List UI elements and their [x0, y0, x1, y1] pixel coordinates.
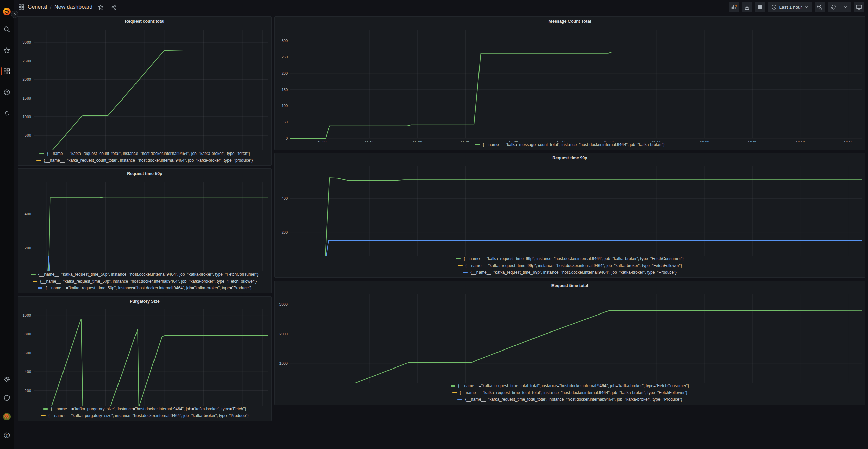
legend-swatch: [457, 399, 462, 400]
chart-canvas[interactable]: 15:2015:2515:3015:3515:4015:4515:5015:55…: [18, 306, 271, 406]
time-range-picker: Last 1 hour: [768, 2, 812, 12]
chart-area[interactable]: 15:2015:2515:3015:3515:4015:4515:5015:55…: [18, 306, 271, 406]
chart-area[interactable]: 15:2015:2515:3015:3515:4015:4515:5015:55…: [275, 26, 865, 142]
sidebar-item-dashboards[interactable]: [0, 65, 14, 78]
zoom-out-icon: [817, 4, 823, 10]
legend-item[interactable]: {__name__="kafka_request_time_99p", inst…: [458, 263, 682, 268]
dashboards-icon: [3, 68, 10, 75]
dashboard-settings-button[interactable]: [755, 2, 765, 12]
legend-label: {__name__="kafka_request_time_50p", inst…: [40, 279, 257, 284]
monitor-icon: [856, 4, 862, 11]
legend-item[interactable]: {__name__="kafka_request_time_99p", inst…: [456, 256, 684, 261]
star-outline-icon: [98, 4, 104, 10]
chart-area[interactable]: 15:2015:2515:3015:3515:4015:4515:5015:55…: [18, 26, 271, 150]
y-axis-tick-label: 800: [25, 332, 31, 336]
legend-label: {__name__="kafka_request_time_total_tota…: [460, 390, 687, 395]
breadcrumb-dashboard-title[interactable]: New dashboard: [54, 4, 92, 10]
legend-label: {__name__="kafka_request_time_total_tota…: [465, 397, 682, 402]
add-panel-button[interactable]: [729, 2, 739, 12]
legend-label: {__name__="kafka_request_count_total", i…: [47, 151, 250, 156]
legend-item[interactable]: {__name__="kafka_request_time_total_tota…: [457, 397, 682, 402]
sidebar-item-explore[interactable]: [0, 86, 14, 99]
svg-text:?: ?: [6, 434, 8, 437]
series-line-green: [34, 319, 268, 406]
x-axis-tick-label: 15:25: [365, 140, 375, 142]
legend-item[interactable]: {__name__="kafka_purgatory_size", instan…: [41, 413, 249, 418]
chevron-down-icon: [844, 5, 848, 9]
chart-area[interactable]: 15:2015:2515:3015:3515:4015:4515:5015:55…: [275, 163, 865, 256]
sidebar-item-alerting[interactable]: [0, 107, 14, 120]
chart-canvas[interactable]: 15:2015:2515:3015:3515:4015:4515:5015:55…: [275, 26, 865, 142]
legend-swatch: [451, 385, 455, 387]
panel-title[interactable]: Purgatory Size: [18, 297, 271, 306]
legend-label: {__name__="kafka_request_time_99p", inst…: [470, 270, 676, 275]
legend-swatch: [33, 281, 37, 282]
chart-canvas[interactable]: 15:2015:2515:3015:3515:4015:4515:5015:55…: [275, 290, 865, 383]
panel-legend: {__name__="kafka_request_time_total_tota…: [275, 383, 865, 405]
legend-item[interactable]: {__name__="kafka_message_count_total", i…: [475, 142, 665, 147]
x-axis-tick-label: 15:55: [652, 140, 662, 142]
panel-title[interactable]: Request time 50p: [18, 169, 271, 178]
time-range-label: Last 1 hour: [779, 5, 802, 10]
zoom-out-button[interactable]: [815, 2, 825, 12]
panel-message-count-total: Message Count Total 15:2015:2515:3015:35…: [274, 16, 865, 150]
panel-title[interactable]: Request count total: [18, 17, 271, 26]
y-axis-tick-label: 1000: [23, 313, 31, 317]
breadcrumb-folder[interactable]: General: [28, 4, 47, 10]
chart-area[interactable]: 15:2015:2515:3015:3515:4015:4515:5015:55…: [275, 290, 865, 383]
gear-icon: [757, 4, 763, 10]
legend-item[interactable]: {__name__="kafka_request_time_50p", inst…: [33, 279, 257, 284]
legend-item[interactable]: {__name__="kafka_request_count_total", i…: [36, 158, 253, 163]
sidebar-item-starred[interactable]: [0, 43, 14, 57]
compass-icon: [3, 89, 10, 96]
series-line-green: [290, 52, 862, 138]
x-axis-tick-label: 15:50: [604, 140, 614, 142]
sidebar-item-search[interactable]: [0, 22, 14, 36]
legend-item[interactable]: {__name__="kafka_request_time_total_tota…: [452, 390, 687, 395]
legend-label: {__name__="kafka_message_count_total", i…: [483, 142, 665, 147]
legend-item[interactable]: {__name__="kafka_purgatory_size", instan…: [43, 407, 246, 411]
chart-area[interactable]: 15:2015:2515:3015:3515:4015:4515:5015:55…: [18, 178, 271, 271]
refresh-interval-button[interactable]: [840, 2, 851, 12]
panel-title[interactable]: Request time 99p: [275, 153, 865, 163]
panel-title[interactable]: Request time total: [275, 281, 865, 290]
chart-canvas[interactable]: 15:2015:2515:3015:3515:4015:4515:5015:55…: [275, 163, 865, 256]
save-dashboard-button[interactable]: [742, 2, 752, 12]
y-axis-tick-label: 400: [25, 370, 31, 374]
legend-swatch: [452, 392, 457, 393]
panel-legend: {__name__="kafka_request_time_50p", inst…: [18, 271, 271, 293]
sidebar-item-security[interactable]: [0, 391, 14, 405]
sidebar-item-help[interactable]: ?: [0, 429, 14, 442]
star-dashboard-button[interactable]: [95, 2, 106, 12]
panel-purgatory-size: Purgatory Size 15:2015:2515:3015:3515:40…: [18, 296, 272, 421]
cycle-view-mode-button[interactable]: [854, 2, 864, 12]
time-range-button[interactable]: Last 1 hour: [768, 2, 812, 12]
chart-canvas[interactable]: 15:2015:2515:3015:3515:4015:4515:5015:55…: [18, 26, 271, 150]
refresh-button[interactable]: [828, 2, 840, 12]
sidebar-item-settings[interactable]: [0, 373, 14, 386]
share-icon: [111, 4, 117, 10]
legend-label: {__name__="kafka_purgatory_size", instan…: [48, 413, 249, 418]
panel-request-time-99p: Request time 99p 15:2015:2515:3015:3515:…: [274, 153, 865, 278]
x-axis-tick-label: 15:20: [317, 140, 327, 142]
legend-item[interactable]: {__name__="kafka_request_time_99p", inst…: [463, 270, 676, 275]
panel-legend: {__name__="kafka_purgatory_size", instan…: [18, 406, 271, 421]
series-line-blue: [34, 257, 268, 272]
legend-item[interactable]: {__name__="kafka_request_time_total_tota…: [451, 383, 689, 388]
x-axis-tick-label: 15:30: [413, 140, 422, 142]
share-dashboard-button[interactable]: [109, 2, 119, 12]
y-axis-tick-label: 2000: [23, 77, 31, 82]
legend-item[interactable]: {__name__="kafka_request_time_50p", inst…: [38, 286, 251, 290]
series-line-green: [290, 310, 862, 383]
legend-item[interactable]: {__name__="kafka_request_count_total", i…: [39, 151, 250, 156]
chart-canvas[interactable]: 15:2015:2515:3015:3515:4015:4515:5015:55…: [18, 178, 271, 271]
breadcrumb-separator: /: [50, 4, 51, 10]
x-axis-tick-label: 16:15: [844, 140, 853, 142]
panel-title[interactable]: Message Count Total: [275, 17, 865, 26]
breadcrumb: General / New dashboard: [18, 2, 119, 12]
sidebar-item-profile[interactable]: [0, 410, 14, 424]
legend-swatch: [39, 153, 44, 154]
legend-item[interactable]: {__name__="kafka_request_time_50p", inst…: [31, 272, 258, 277]
sidebar-expand-button[interactable]: [11, 11, 18, 18]
y-axis-tick-label: 50: [284, 120, 288, 124]
